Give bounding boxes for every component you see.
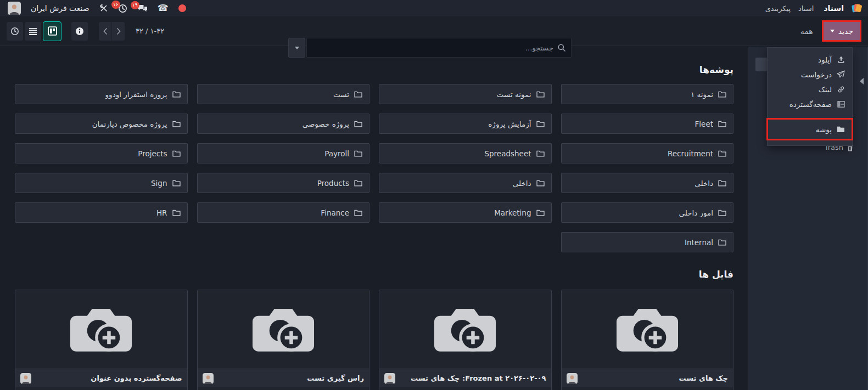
folder-outline-icon [718,209,726,216]
folder-card[interactable]: Internal [561,232,734,252]
file-card[interactable]: راس گیری تست [197,290,370,390]
file-card[interactable]: Frozen at ۲۰۲۶-۰۲-۰۹: چک های تست [379,290,552,390]
new-button[interactable]: جدید [824,22,860,40]
file-card[interactable]: صفحه‌گسترده بدون عنوان [15,290,188,390]
file-thumbnail [562,290,733,369]
file-title: چک های تست [679,374,728,382]
view-list-button[interactable] [25,22,41,41]
control-panel: جدید همه [0,16,868,46]
folder-card[interactable]: Sign [15,173,188,193]
folder-card[interactable]: نمونه ۱ [561,84,734,104]
menu-item-label: درخواست [801,70,832,79]
activities-clock-icon[interactable]: ۱۶ [118,4,127,13]
search-field[interactable] [306,38,572,58]
file-footer: چک های تست [562,369,733,387]
folder-card[interactable]: Products [197,173,370,193]
owner-avatar[interactable] [567,373,578,384]
folder-card[interactable]: داخلی [379,173,552,193]
folder-card[interactable]: Payroll [197,143,370,163]
folder-card[interactable]: پروژه خصوصی [197,114,370,134]
folder-outline-icon [172,209,181,216]
sidebar-collapse-arrow-icon[interactable] [860,78,864,84]
menu-item-upload[interactable]: آپلود [768,52,852,67]
owner-avatar[interactable] [203,373,214,384]
systray-group: صنعت فرش ایران ۱۶ ۱۹ ☎ [5,2,186,15]
folder-outline-icon [354,91,362,98]
search-input[interactable] [307,38,571,57]
info-button[interactable] [71,22,88,41]
folder-card[interactable]: Marketing [379,202,552,223]
folder-outline-icon [718,239,726,246]
menu-configuration[interactable]: پیکربندی [765,4,791,13]
pager-previous-button[interactable] [99,22,111,41]
menu-item-folder[interactable]: پوشه [768,122,852,137]
folder-outline-icon [354,179,362,186]
view-activity-button[interactable] [7,22,23,41]
folder-card[interactable]: Recruitment [561,143,734,163]
folder-outline-icon [536,91,545,98]
folder-outline-icon [718,179,726,186]
tools-icon[interactable] [99,4,108,13]
file-footer: صفحه‌گسترده بدون عنوان [15,369,187,387]
paper-plane-icon [837,70,845,78]
view-kanban-button[interactable] [43,21,61,41]
file-title: راس گیری تست [307,374,364,382]
voip-phone-icon[interactable]: ☎ [158,4,169,13]
folder-card[interactable]: امور داخلی [561,202,734,223]
folders-grid: نمونه ۱ نمونه تست تست پروژه استقرار اودو… [15,84,733,252]
folders-section-title: پوشه‌ها [15,64,733,75]
caret-down-icon [830,30,835,32]
menu-item-request[interactable]: درخواست [768,67,852,82]
owner-avatar[interactable] [20,373,31,384]
app-title[interactable]: اسناد [824,4,844,13]
folder-card[interactable]: پروژه مخصوص دپارتمان [15,114,188,134]
folder-outline-icon [354,209,362,216]
menu-item-label: لینک [819,85,832,94]
view-and-pager-group: ۳۲ / ۱-۳۲ [7,21,164,41]
company-name[interactable]: صنعت فرش ایران [31,4,89,13]
new-dropdown-menu: آپلود درخواست لینک صفحه‌گس [767,47,853,146]
folder-card[interactable]: نمونه تست [379,84,552,104]
menu-item-link[interactable]: لینک [768,82,852,97]
file-footer: راس گیری تست [198,369,369,387]
folder-card[interactable]: آزمایش پروژه [379,114,552,134]
menu-divider [768,111,852,118]
menu-item-label: صفحه‌گسترده [789,100,832,109]
user-avatar[interactable] [8,2,21,15]
new-button-highlight: جدید [822,20,861,42]
messages-icon[interactable]: ۱۹ [137,4,148,13]
folder-outline-icon [718,91,726,98]
message-count-badge: ۱۹ [131,1,139,9]
folder-outline-icon [172,150,181,157]
search-icon [557,43,566,52]
app-menu-group: اسناد اسناد پیکربندی [765,3,863,14]
pager-next-button[interactable] [112,22,125,41]
menu-item-spreadsheet[interactable]: صفحه‌گسترده [768,97,852,111]
folder-card[interactable]: تست [197,84,370,104]
folder-card[interactable]: پروژه استقرار اودوو [15,84,188,104]
search-options-button[interactable] [288,38,305,58]
folder-card[interactable]: Fleet [561,114,734,134]
files-section-title: فایل ها [15,269,733,280]
owner-avatar[interactable] [384,373,395,384]
folder-icon [837,126,845,133]
folder-card[interactable]: HR [15,202,188,223]
primary-actions: جدید همه [800,20,861,42]
camera-plus-icon [433,304,497,355]
menu-documents[interactable]: اسناد [798,4,814,13]
search-bar [288,38,572,58]
folder-card[interactable]: Finance [197,202,370,223]
folder-outline-icon [718,120,726,127]
folder-card[interactable]: Spreadsheet [379,143,552,163]
folder-outline-icon [536,179,545,186]
filter-all[interactable]: همه [800,27,813,36]
file-card[interactable]: چک های تست [561,290,734,390]
documents-app-logo[interactable] [852,3,863,14]
file-thumbnail [379,290,551,369]
folder-outline-icon [354,120,362,127]
folder-card[interactable]: Projects [15,143,188,163]
camera-plus-icon [69,304,133,355]
status-dot-icon[interactable] [178,4,186,12]
folder-card[interactable]: داخلی [561,173,734,193]
folder-outline-icon [536,150,545,157]
